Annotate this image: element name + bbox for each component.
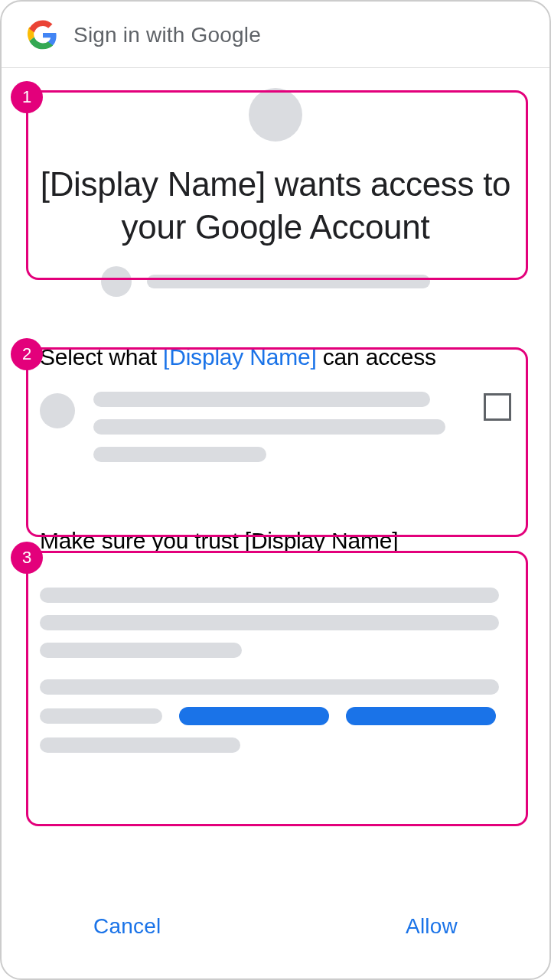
google-logo-icon	[28, 20, 58, 50]
allow-button[interactable]: Allow	[383, 905, 481, 948]
annotation-box-1	[26, 90, 528, 280]
dialog-footer: Cancel Allow	[2, 905, 549, 948]
dialog-header: Sign in with Google	[2, 2, 549, 68]
annotation-bubble-2: 2	[11, 338, 43, 370]
consent-dialog: Sign in with Google [Display Name] wants…	[0, 0, 551, 980]
annotation-bubble-1: 1	[11, 81, 43, 113]
cancel-button[interactable]: Cancel	[70, 905, 184, 948]
annotation-box-2	[26, 347, 528, 537]
annotation-bubble-3: 3	[11, 542, 43, 574]
annotation-box-3	[26, 551, 528, 826]
header-title: Sign in with Google	[73, 23, 261, 47]
